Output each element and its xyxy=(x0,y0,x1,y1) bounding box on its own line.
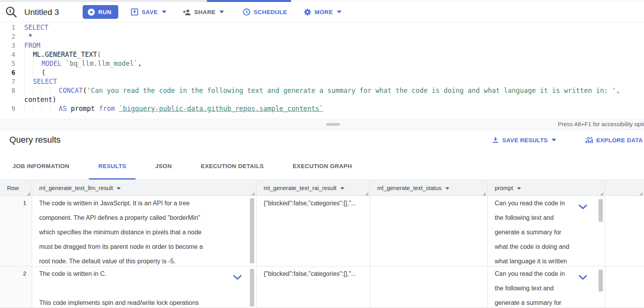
cell-text-line: which specifies the minimum distance in … xyxy=(39,225,249,239)
cell-scrollbar[interactable] xyxy=(250,269,254,306)
column-label: prompt xyxy=(495,185,513,191)
cell-text-line: what language it is written xyxy=(495,254,598,266)
cell-ml-generate-text-rai-result[interactable]: {"blocked":false,"categories":[],"... xyxy=(257,266,370,308)
tab-json[interactable]: JSON xyxy=(146,153,181,179)
filler-cell xyxy=(605,196,644,266)
code-line: 5MODEL `bq_llm.llm_model`, xyxy=(0,59,644,68)
cell-text-line xyxy=(39,281,249,295)
save-results-button[interactable]: SAVE RESULTS xyxy=(492,136,556,143)
save-dropdown-caret-icon xyxy=(162,11,166,13)
gear-icon xyxy=(304,8,311,16)
expand-chevron-icon[interactable] xyxy=(578,200,588,215)
expand-chevron-icon[interactable] xyxy=(233,271,242,285)
column-menu-caret-icon[interactable] xyxy=(517,187,521,190)
column-resize-handle-icon[interactable] xyxy=(599,190,604,195)
line-number: 2 xyxy=(0,32,19,41)
code-segment: content) xyxy=(24,96,56,103)
code-segment: ( xyxy=(42,69,45,76)
table-row: 1The code is written in JavaScript. It i… xyxy=(0,196,644,266)
column-label: ml_generate_text_status xyxy=(377,185,441,191)
column-resize-handle-icon[interactable] xyxy=(251,190,255,195)
row-number-cell: 2 xyxy=(0,266,32,308)
code-segment: prompt xyxy=(71,105,99,112)
header-cell-ml_generate_text_status[interactable]: ml_generate_text_status xyxy=(370,180,488,196)
indent-guide xyxy=(24,50,33,59)
indent-guide xyxy=(33,68,42,77)
schedule-button[interactable]: SCHEDULE xyxy=(243,8,287,16)
tab-results[interactable]: RESULTS xyxy=(89,153,136,179)
save-icon xyxy=(131,8,138,16)
share-button-label: SHARE xyxy=(194,9,216,15)
splitter-drag-handle-icon[interactable] xyxy=(326,123,340,126)
more-button[interactable]: MORE xyxy=(304,8,342,16)
column-menu-caret-icon[interactable] xyxy=(340,187,344,190)
column-resize-handle-icon[interactable] xyxy=(639,190,643,195)
line-number: 9 xyxy=(0,104,19,113)
indent-guide xyxy=(24,86,33,95)
editor-toolbar: Untitled 3 RUN SAVE SHARE SCHEDU xyxy=(0,2,644,22)
row-number-cell: 1 xyxy=(0,196,32,266)
query-magnifier-icon xyxy=(5,5,18,19)
code-segment: 'Can you read the code in the following … xyxy=(87,87,624,94)
query-tab-title: Untitled 3 xyxy=(24,7,59,17)
indent-guide xyxy=(24,68,33,77)
column-menu-caret-icon[interactable] xyxy=(445,187,449,190)
cell-scrollbar[interactable] xyxy=(599,270,603,292)
cell-text-line: {"blocked":false,"categories":[],"... xyxy=(264,266,363,281)
cell-ml-generate-text-rai-result[interactable]: {"blocked":false,"categories":[],"... xyxy=(257,196,370,266)
header-cell-prompt[interactable]: prompt xyxy=(488,180,605,196)
expand-chevron-icon[interactable] xyxy=(578,271,588,285)
download-icon xyxy=(492,136,499,143)
table-row: 2The code is written in C.This code impl… xyxy=(0,266,644,308)
indent-guide xyxy=(33,59,42,68)
column-menu-caret-icon[interactable] xyxy=(117,187,121,190)
header-cell-ml_generate_text_llm_result[interactable]: ml_generate_text_llm_result xyxy=(32,180,257,196)
code-line: 1SELECT xyxy=(0,23,644,32)
indent-guide xyxy=(24,104,33,113)
code-segment: `bigquery-public-data.github_repos.sampl… xyxy=(119,105,324,112)
cell-prompt[interactable]: Can you read the code inthe following te… xyxy=(488,266,605,308)
schedule-button-label: SCHEDULE xyxy=(253,9,287,15)
share-button[interactable]: SHARE xyxy=(183,9,224,16)
sql-editor[interactable]: 1SELECT2 *3FROM4ML.GENERATE_TEXT(5MODEL … xyxy=(0,22,644,119)
cell-ml-generate-text-llm-result[interactable]: The code is written in JavaScript. It is… xyxy=(32,196,257,266)
header-cell-ml_generate_text_rai_result[interactable]: ml_generate_text_rai_result xyxy=(257,180,370,196)
cell-scrollbar[interactable] xyxy=(250,198,254,263)
column-resize-handle-icon[interactable] xyxy=(26,190,31,195)
header-cell-Row[interactable]: Row xyxy=(0,180,32,196)
code-line-text: SELECT xyxy=(19,77,644,86)
column-resize-handle-icon[interactable] xyxy=(482,190,486,195)
save-button[interactable]: SAVE xyxy=(131,8,166,16)
line-number: 6 xyxy=(0,68,19,77)
explore-data-label: EXPLORE DATA xyxy=(596,137,643,143)
query-results-title: Query results xyxy=(9,135,61,145)
code-segment: MODEL xyxy=(42,60,65,67)
indent-guide xyxy=(24,59,33,68)
code-segment: from xyxy=(99,105,119,112)
code-segment: ( xyxy=(97,51,101,58)
run-button[interactable]: RUN xyxy=(83,5,119,19)
tab-job-information[interactable]: JOB INFORMATION xyxy=(3,153,79,179)
cell-ml-generate-text-status[interactable] xyxy=(370,266,488,308)
code-line: content) xyxy=(0,95,644,104)
cell-ml-generate-text-status[interactable] xyxy=(370,196,488,266)
column-resize-handle-icon[interactable] xyxy=(364,190,369,195)
person-add-icon xyxy=(183,9,191,16)
line-number xyxy=(0,95,19,104)
explore-data-button[interactable]: EXPLORE DATA xyxy=(585,136,643,143)
code-line: 8CONCAT('Can you read the code in the fo… xyxy=(0,86,644,95)
line-number: 8 xyxy=(0,86,19,95)
header-cell-filler[interactable] xyxy=(605,180,644,196)
cell-prompt[interactable]: Can you read the code inthe following te… xyxy=(488,196,605,266)
pane-splitter[interactable] xyxy=(0,119,644,130)
line-number: 5 xyxy=(0,59,19,68)
cell-text-line: root node. The default value of this pro… xyxy=(39,254,249,266)
cell-scrollbar[interactable] xyxy=(599,199,603,222)
code-line-text: CONCAT('Can you read the code in the fol… xyxy=(19,86,644,95)
code-segment: SELECT xyxy=(33,78,57,85)
tab-execution-details[interactable]: EXECUTION DETAILS xyxy=(192,153,273,179)
more-dropdown-caret-icon xyxy=(337,11,342,13)
code-line: 4ML.GENERATE_TEXT( xyxy=(0,50,644,59)
cell-ml-generate-text-llm-result[interactable]: The code is written in C.This code imple… xyxy=(32,266,257,308)
tab-execution-graph[interactable]: EXECUTION GRAPH xyxy=(283,153,361,179)
